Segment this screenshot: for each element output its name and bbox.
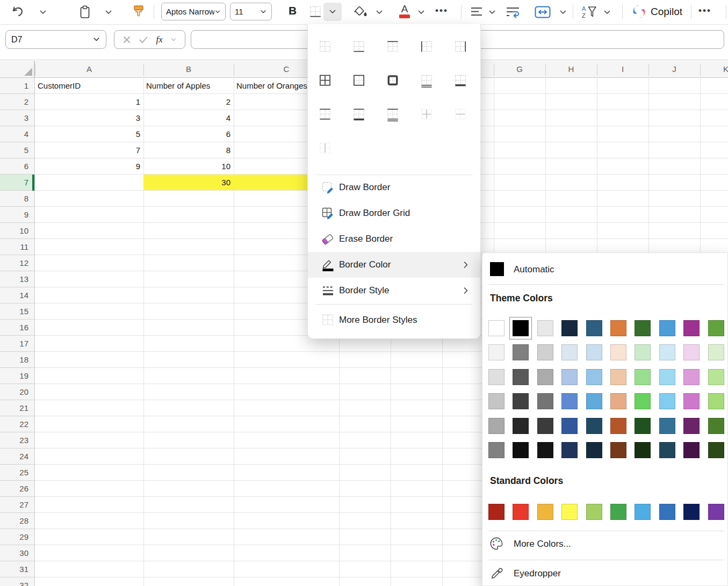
theme-color-swatch[interactable]	[683, 369, 700, 385]
standard-color-swatch[interactable]	[635, 504, 651, 520]
row-header-27[interactable]: 27	[0, 497, 34, 513]
theme-color-swatch[interactable]	[635, 393, 651, 409]
theme-color-swatch[interactable]	[708, 393, 724, 409]
row-header-4[interactable]: 4	[0, 126, 34, 142]
column-header-K[interactable]: K	[700, 61, 728, 78]
standard-color-swatch[interactable]	[488, 504, 504, 520]
theme-color-swatch[interactable]	[708, 369, 724, 385]
row-header-12[interactable]: 12	[0, 255, 34, 271]
theme-color-swatch[interactable]	[537, 442, 553, 458]
row-header-30[interactable]: 30	[0, 545, 34, 561]
cell-B1[interactable]: Number of Apples	[146, 78, 230, 94]
insert-function-button[interactable]: fx	[156, 34, 162, 45]
standard-color-swatch[interactable]	[610, 504, 626, 520]
bottom-border-button[interactable]	[352, 40, 366, 54]
row-header-18[interactable]: 18	[0, 352, 34, 368]
automatic-color-item[interactable]: Automatic	[482, 257, 727, 281]
column-header-B[interactable]: B	[143, 61, 234, 78]
theme-color-swatch[interactable]	[635, 442, 651, 458]
theme-color-swatch[interactable]	[635, 344, 651, 360]
row-header-31[interactable]: 31	[0, 561, 34, 577]
theme-color-swatch[interactable]	[586, 442, 602, 458]
theme-color-swatch[interactable]	[488, 442, 504, 458]
standard-color-swatch[interactable]	[537, 504, 553, 520]
paste-clipboard-icon[interactable]	[78, 5, 91, 19]
theme-color-swatch[interactable]	[610, 442, 626, 458]
name-box[interactable]: D7	[5, 30, 106, 49]
enter-check-icon[interactable]	[139, 35, 148, 44]
merge-center-icon[interactable]	[534, 5, 551, 19]
standard-color-swatch[interactable]	[513, 504, 529, 520]
undo-icon[interactable]	[11, 5, 25, 19]
no-border-button[interactable]	[318, 40, 333, 54]
standard-color-swatch[interactable]	[586, 504, 602, 520]
borders-button[interactable]	[308, 5, 323, 19]
theme-color-swatch[interactable]	[561, 442, 578, 458]
menu-item-border-style[interactable]: Border Style	[308, 278, 480, 303]
borders-dropdown-chevron[interactable]	[323, 3, 342, 21]
font-color-dropdown-chevron[interactable]	[417, 8, 426, 17]
column-header-I[interactable]: I	[597, 61, 648, 78]
row-header-10[interactable]: 10	[0, 223, 34, 239]
font-overflow-button[interactable]: •••	[435, 5, 448, 16]
ribbon-overflow-button[interactable]: •••	[698, 5, 711, 16]
theme-color-swatch[interactable]	[586, 344, 602, 360]
merge-dropdown-chevron[interactable]	[559, 8, 567, 17]
cell-A4[interactable]: 5	[38, 126, 140, 142]
theme-color-swatch[interactable]	[659, 418, 675, 434]
menu-item-erase-border[interactable]: Erase Border	[308, 226, 480, 252]
thick-box-border-button[interactable]	[386, 74, 400, 88]
theme-color-swatch[interactable]	[488, 369, 504, 385]
format-painter-icon[interactable]	[132, 4, 145, 19]
cell-A5[interactable]: 7	[38, 142, 140, 158]
row-header-32[interactable]: 32	[0, 577, 34, 586]
cell-B3[interactable]: 4	[146, 110, 230, 126]
sort-filter-dropdown-chevron[interactable]	[603, 8, 611, 17]
standard-color-swatch[interactable]	[683, 504, 700, 520]
outside-borders-button[interactable]	[352, 74, 366, 88]
row-header-5[interactable]: 5	[0, 142, 34, 158]
theme-color-swatch[interactable]	[708, 418, 724, 434]
theme-color-swatch[interactable]	[488, 418, 504, 434]
theme-color-swatch[interactable]	[561, 393, 578, 409]
fill-color-icon[interactable]	[352, 5, 369, 19]
bottom-double-border-button[interactable]	[420, 74, 434, 88]
row-header-20[interactable]: 20	[0, 384, 34, 400]
font-size-select[interactable]: 11	[230, 3, 272, 20]
theme-color-swatch[interactable]	[708, 344, 724, 360]
theme-color-swatch[interactable]	[659, 344, 675, 360]
theme-color-swatch[interactable]	[683, 320, 700, 336]
cell-A3[interactable]: 3	[38, 110, 140, 126]
standard-color-swatch[interactable]	[708, 504, 724, 520]
theme-color-swatch[interactable]	[659, 442, 675, 458]
theme-color-swatch[interactable]	[610, 369, 626, 385]
cell-B5[interactable]: 8	[146, 142, 230, 158]
standard-color-swatch[interactable]	[659, 504, 675, 520]
theme-color-swatch[interactable]	[561, 369, 578, 385]
theme-color-swatch[interactable]	[683, 344, 700, 360]
theme-color-swatch[interactable]	[659, 320, 675, 336]
theme-color-swatch[interactable]	[537, 320, 553, 336]
theme-color-swatch[interactable]	[683, 418, 700, 434]
cell-A2[interactable]: 1	[38, 94, 140, 110]
theme-color-swatch[interactable]	[537, 418, 553, 434]
row-header-7[interactable]: 7	[0, 175, 34, 191]
menu-item-border-color[interactable]: Border Color	[308, 252, 480, 278]
row-header-15[interactable]: 15	[0, 303, 34, 320]
theme-color-swatch[interactable]	[561, 344, 578, 360]
cell-B7[interactable]: 30	[146, 175, 230, 191]
theme-color-swatch[interactable]	[635, 369, 651, 385]
row-header-23[interactable]: 23	[0, 432, 34, 448]
eyedropper-item[interactable]: Eyedropper	[482, 561, 727, 585]
row-header-8[interactable]: 8	[0, 191, 34, 207]
row-header-17[interactable]: 17	[0, 336, 34, 352]
theme-color-swatch[interactable]	[561, 418, 578, 434]
theme-color-swatch[interactable]	[586, 418, 602, 434]
row-header-9[interactable]: 9	[0, 207, 34, 223]
row-header-28[interactable]: 28	[0, 513, 34, 529]
row-header-25[interactable]: 25	[0, 465, 34, 481]
top-and-double-bottom-border-button[interactable]	[386, 107, 400, 122]
theme-color-swatch[interactable]	[610, 344, 626, 360]
wrap-text-icon[interactable]	[505, 5, 521, 19]
theme-color-swatch[interactable]	[586, 320, 602, 336]
